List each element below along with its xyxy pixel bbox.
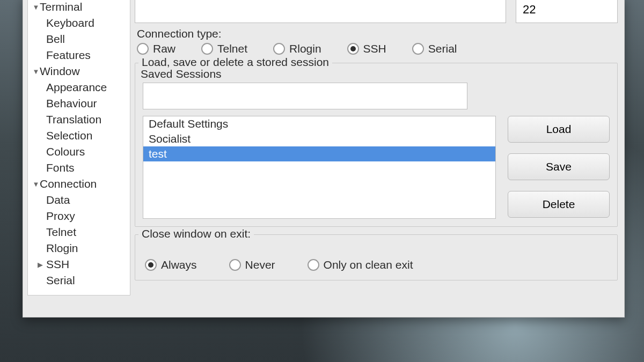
tree-item-features[interactable]: Features	[28, 47, 130, 63]
radio-clean-exit[interactable]: Only on clean exit	[308, 258, 413, 271]
hostname-input[interactable]	[135, 0, 506, 23]
connection-type-group: Raw Telnet Rlogin SSH Serial	[137, 42, 618, 55]
radio-icon	[412, 43, 424, 55]
radio-telnet[interactable]: Telnet	[201, 42, 247, 55]
tree-item-selection[interactable]: Selection	[28, 128, 130, 144]
tree-item-ssh[interactable]: ▶ SSH	[28, 256, 130, 272]
stored-session-legend: Load, save or delete a stored session	[138, 56, 332, 69]
radio-icon	[229, 259, 241, 271]
tree-item-keyboard[interactable]: Keyboard	[28, 15, 130, 31]
connection-type-label: Connection type:	[137, 27, 618, 40]
tree-item-telnet[interactable]: Telnet	[28, 224, 130, 240]
list-item[interactable]: Socialist	[143, 131, 495, 146]
port-input[interactable]	[516, 0, 618, 23]
chevron-down-icon: ▼	[32, 3, 40, 11]
config-window: ▼ Terminal Keyboard Bell Features ▼ Wind…	[23, 0, 625, 317]
delete-button[interactable]: Delete	[508, 191, 610, 218]
category-tree[interactable]: ▼ Terminal Keyboard Bell Features ▼ Wind…	[27, 0, 130, 295]
stored-session-group: Load, save or delete a stored session Sa…	[135, 63, 618, 227]
tree-item-appearance[interactable]: Appearance	[28, 79, 130, 95]
saved-sessions-list[interactable]: Default Settings Socialist test	[143, 116, 496, 219]
radio-icon	[145, 259, 157, 271]
radio-never[interactable]: Never	[229, 258, 275, 271]
session-panel: Connection type: Raw Telnet Rlogin SSH S…	[135, 0, 624, 295]
tree-item-fonts[interactable]: Fonts	[28, 160, 130, 176]
radio-icon	[137, 43, 149, 55]
saved-sessions-label: Saved Sessions	[141, 68, 610, 80]
chevron-right-icon: ▶	[36, 261, 44, 269]
chevron-down-icon: ▼	[32, 180, 40, 188]
radio-ssh[interactable]: SSH	[347, 42, 386, 55]
radio-icon	[347, 43, 359, 55]
radio-serial[interactable]: Serial	[412, 42, 457, 55]
radio-always[interactable]: Always	[145, 258, 197, 271]
tree-item-colours[interactable]: Colours	[28, 144, 130, 160]
tree-label: Terminal	[40, 1, 82, 13]
tree-item-translation[interactable]: Translation	[28, 112, 130, 128]
tree-item-data[interactable]: Data	[28, 192, 130, 208]
tree-item-proxy[interactable]: Proxy	[28, 208, 130, 224]
tree-item-window[interactable]: ▼ Window	[28, 63, 130, 79]
chevron-down-icon: ▼	[32, 68, 40, 76]
close-on-exit-group: Close window on exit: Always Never Only …	[135, 234, 618, 280]
tree-item-connection[interactable]: ▼ Connection	[28, 176, 130, 192]
load-button[interactable]: Load	[508, 116, 610, 143]
save-button[interactable]: Save	[508, 153, 610, 180]
tree-item-behaviour[interactable]: Behaviour	[28, 95, 130, 112]
radio-icon	[201, 43, 213, 55]
radio-icon	[308, 259, 319, 271]
tree-item-bell[interactable]: Bell	[28, 31, 130, 47]
list-item[interactable]: Default Settings	[143, 116, 495, 131]
tree-item-terminal[interactable]: ▼ Terminal	[28, 0, 130, 15]
tree-item-serial[interactable]: Serial	[28, 272, 130, 289]
tree-item-rlogin[interactable]: Rlogin	[28, 240, 130, 256]
radio-raw[interactable]: Raw	[137, 42, 175, 55]
radio-icon	[273, 43, 285, 55]
radio-rlogin[interactable]: Rlogin	[273, 42, 321, 55]
close-on-exit-legend: Close window on exit:	[138, 227, 254, 240]
list-item[interactable]: test	[143, 146, 495, 161]
session-name-input[interactable]	[143, 83, 467, 109]
